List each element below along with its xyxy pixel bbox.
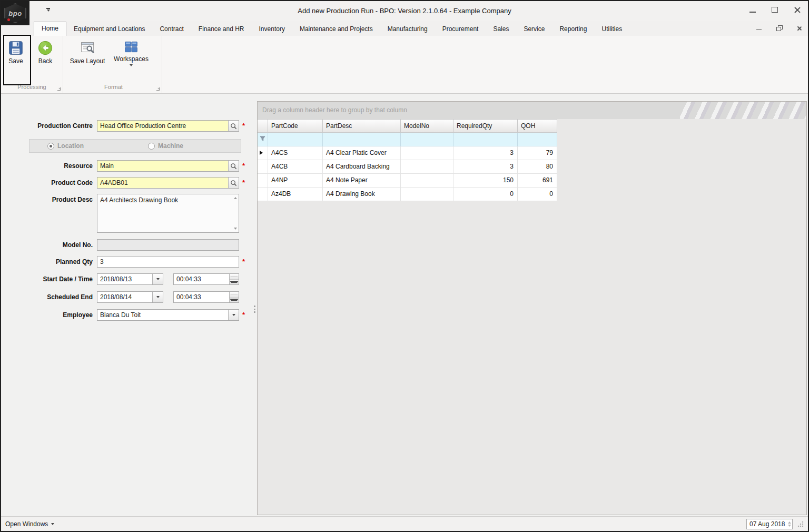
filter-cell-qoh[interactable] <box>518 133 557 146</box>
tab-maintenance-and-projects[interactable]: Maintenance and Projects <box>292 22 380 36</box>
minimize-button[interactable] <box>749 12 756 13</box>
column-header-qoh[interactable]: QOH <box>518 119 557 133</box>
filter-icon <box>260 136 265 141</box>
tab-reporting[interactable]: Reporting <box>552 22 594 36</box>
dropdown-icon[interactable] <box>152 274 163 284</box>
document-minimize-button[interactable] <box>756 29 762 31</box>
open-windows-button[interactable]: Open Windows <box>5 520 54 528</box>
required-asterisk: * <box>242 256 245 265</box>
start-time-spinner[interactable]: 00:04:33 <box>173 273 239 285</box>
maximize-button[interactable] <box>772 7 778 13</box>
resource-type-selector: Location Machine <box>29 139 241 153</box>
tab-home[interactable]: Home <box>34 22 66 36</box>
title-bar: bpo Add new Production Run - BPO: Versio… <box>1 1 808 21</box>
filter-cell-partcode[interactable] <box>268 133 323 146</box>
status-date-value: 07 Aug 2018 <box>749 520 788 528</box>
table-row[interactable]: Az4DB A4 Drawing Book 0 0 <box>258 188 557 201</box>
save-layout-button[interactable]: Save Layout <box>65 37 110 65</box>
column-header-partcode[interactable]: PartCode <box>268 119 323 133</box>
cell-modelno <box>401 174 453 188</box>
parts-grid: Drag a column header here to group by th… <box>257 101 807 515</box>
tab-contract[interactable]: Contract <box>152 22 191 36</box>
cell-partdesc: A4 Clear Platic Cover <box>323 146 401 160</box>
scroll-up-icon[interactable] <box>234 197 237 199</box>
workspaces-button[interactable]: Workspaces <box>110 37 153 66</box>
close-button[interactable] <box>794 6 801 13</box>
column-header-partdesc[interactable]: PartDesc <box>323 119 401 133</box>
search-icon <box>230 180 237 186</box>
ribbon: Save Back Processing <box>1 36 808 94</box>
cell-qoh: 0 <box>518 188 557 201</box>
content-area: Production Centre Head Office Production… <box>1 94 808 516</box>
radio-selected-icon <box>47 143 54 150</box>
logo-text: bpo <box>8 9 22 17</box>
machine-radio[interactable]: Machine <box>148 142 183 150</box>
tab-equipment-and-locations[interactable]: Equipment and Locations <box>66 22 152 36</box>
tab-utilities[interactable]: Utilities <box>594 22 629 36</box>
start-date-select[interactable]: 2018/08/13 <box>97 273 163 285</box>
filter-cell-modelno[interactable] <box>401 133 453 146</box>
status-date-field[interactable]: 07 Aug 2018 <box>746 519 793 529</box>
end-date-select[interactable]: 2018/08/14 <box>97 291 163 303</box>
spinner-up-icon[interactable] <box>230 292 239 298</box>
filter-cell-requiredqty[interactable] <box>453 133 518 146</box>
panel-decoration <box>680 102 806 119</box>
product-code-lookup-button[interactable] <box>228 178 239 188</box>
production-centre-label: Production Centre <box>1 120 97 130</box>
back-button-label: Back <box>38 57 53 65</box>
dropdown-icon[interactable] <box>152 292 163 302</box>
document-restore-button[interactable] <box>776 25 782 31</box>
production-run-form: Production Centre Head Office Production… <box>1 94 253 516</box>
header-indicator-cell <box>258 119 268 133</box>
resource-lookup-button[interactable] <box>228 161 239 171</box>
cell-qoh: 691 <box>518 174 557 188</box>
product-desc-textarea[interactable]: A4 Architects Drawing Book <box>97 194 239 233</box>
date-spinner-down-icon[interactable] <box>788 525 791 527</box>
tab-inventory[interactable]: Inventory <box>252 22 292 36</box>
dialog-launcher-icon[interactable] <box>156 87 160 91</box>
tab-procurement[interactable]: Procurement <box>435 22 486 36</box>
tab-manufacturing[interactable]: Manufacturing <box>380 22 435 36</box>
column-header-modelno[interactable]: ModelNo <box>401 119 453 133</box>
planned-qty-input[interactable]: 3 <box>97 256 239 268</box>
resource-input[interactable]: Main <box>97 160 239 172</box>
location-radio[interactable]: Location <box>47 142 84 150</box>
workspaces-dropdown-icon[interactable] <box>130 64 133 66</box>
scroll-down-icon[interactable] <box>234 228 237 230</box>
panel-splitter[interactable] <box>253 302 256 316</box>
spinner-down-icon[interactable] <box>230 280 239 285</box>
resize-grip-icon[interactable] <box>797 520 804 527</box>
group-by-panel[interactable]: Drag a column header here to group by th… <box>258 102 806 119</box>
employee-select[interactable]: Bianca Du Toit <box>97 309 239 321</box>
filter-cell-partdesc[interactable] <box>323 133 401 146</box>
date-spinner-up-icon[interactable] <box>788 521 791 524</box>
production-centre-input[interactable]: Head Office Production Centre <box>97 120 239 132</box>
end-time-spinner[interactable]: 00:04:33 <box>173 291 239 303</box>
model-no-input[interactable] <box>97 239 239 251</box>
dialog-launcher-icon[interactable] <box>57 87 61 91</box>
ribbon-group-format-label: Format <box>104 84 123 90</box>
radio-unselected-icon <box>148 143 155 150</box>
tab-service[interactable]: Service <box>516 22 552 36</box>
back-button[interactable]: Back <box>31 37 60 65</box>
tab-finance-and-hr[interactable]: Finance and HR <box>191 22 252 36</box>
tab-sales[interactable]: Sales <box>486 22 516 36</box>
production-centre-lookup-button[interactable] <box>228 121 239 131</box>
dropdown-icon[interactable] <box>228 310 239 320</box>
scheduled-end-label: Scheduled End <box>1 291 97 301</box>
table-row[interactable]: A4NP A4 Note Paper 150 691 <box>258 174 557 188</box>
table-row[interactable]: A4CB A4 Cardboard Backing 3 80 <box>258 160 557 174</box>
column-header-requiredqty[interactable]: RequiredQty <box>453 119 518 133</box>
required-asterisk: * <box>242 160 245 170</box>
model-no-label: Model No. <box>1 239 97 249</box>
spinner-down-icon[interactable] <box>230 298 239 303</box>
product-code-label: Product Code <box>1 177 97 186</box>
document-close-button[interactable] <box>797 26 802 31</box>
save-button[interactable]: Save <box>1 37 31 65</box>
ribbon-group-format-footer: Format <box>65 83 162 93</box>
table-row[interactable]: A4CS A4 Clear Platic Cover 3 79 <box>258 146 557 160</box>
required-asterisk: * <box>242 309 245 319</box>
search-icon <box>230 163 237 170</box>
product-code-input[interactable]: A4ADB01 <box>97 177 239 189</box>
spinner-up-icon[interactable] <box>230 274 239 280</box>
